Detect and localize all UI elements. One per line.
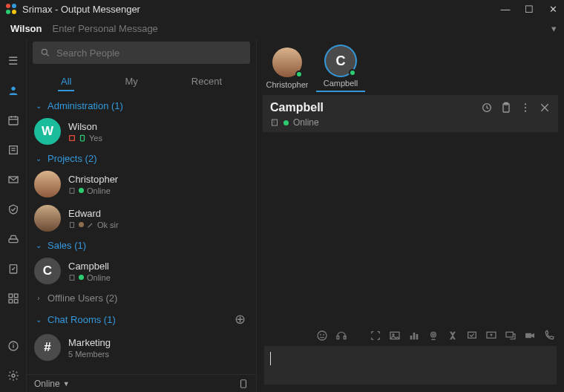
headset-icon[interactable] <box>335 330 347 342</box>
contact-list: ⌄ Administration (1) W Wilson Yes ⌄ Proj… <box>27 96 256 374</box>
history-icon[interactable] <box>481 102 493 114</box>
personal-message-dropdown-icon[interactable]: ▾ <box>551 23 557 34</box>
add-room-button[interactable]: ⊕ <box>235 311 246 327</box>
group-label: Administration (1) <box>47 100 123 111</box>
svg-rect-16 <box>13 345 13 348</box>
svg-rect-11 <box>9 294 13 298</box>
contacts-panel: All My Recent ⌄ Administration (1) W Wil… <box>27 39 257 392</box>
voice-call-icon[interactable] <box>543 330 555 342</box>
group-administration[interactable]: ⌄ Administration (1) <box>28 96 252 114</box>
group-offline[interactable]: › Offline Users (2) <box>28 288 252 307</box>
notes-icon[interactable] <box>0 137 27 163</box>
svg-rect-13 <box>9 299 13 303</box>
clipboard-icon[interactable] <box>500 102 512 114</box>
contact-wilson[interactable]: W Wilson Yes <box>28 114 252 148</box>
mail-icon[interactable] <box>0 166 27 193</box>
svg-rect-27 <box>241 379 246 388</box>
menu-icon[interactable]: ☰ <box>0 48 27 74</box>
svg-rect-52 <box>468 332 476 338</box>
chat-tab-campbell[interactable]: C Campbell <box>316 46 365 92</box>
screenshot-icon[interactable] <box>370 330 381 342</box>
edit-icon <box>87 221 94 229</box>
svg-rect-23 <box>70 188 74 193</box>
svg-rect-54 <box>506 332 513 337</box>
group-chatrooms[interactable]: ⌄ Chat Rooms (1) ⊕ <box>28 307 252 330</box>
svg-point-42 <box>324 334 324 335</box>
screen-share-icon[interactable] <box>485 330 497 342</box>
group-sales[interactable]: ⌄ Sales (1) <box>28 235 252 254</box>
contact-status: Online <box>68 273 111 282</box>
contact-christopher[interactable]: Christopher Online <box>28 167 252 201</box>
user-bar: Wilson Enter Personal Message ▾ <box>0 18 564 39</box>
search-box[interactable] <box>33 42 250 64</box>
chat-tab-christopher[interactable]: Christopher <box>263 48 312 92</box>
room-marketing[interactable]: # Marketing 5 Members <box>28 330 252 365</box>
contact-status: Ok sir <box>68 220 119 229</box>
contact-status: Online <box>68 186 118 195</box>
chat-tab-label: Christopher <box>266 80 309 89</box>
current-user-name[interactable]: Wilson <box>10 23 42 34</box>
webcam-icon[interactable] <box>427 330 439 342</box>
title-bar: Srimax - Output Messenger — ☐ ✕ <box>0 0 564 18</box>
status-label[interactable]: Online <box>34 379 60 389</box>
acknowledge-icon[interactable] <box>466 330 478 342</box>
apps-icon[interactable] <box>0 285 27 312</box>
remote-desktop-icon[interactable] <box>505 330 517 342</box>
close-chat-icon[interactable] <box>539 102 551 114</box>
tasks-icon[interactable] <box>0 255 27 282</box>
contact-name: Christopher <box>68 174 118 185</box>
acknowledge-icon[interactable] <box>0 196 27 223</box>
contact-name: Campbell <box>68 261 111 272</box>
group-projects[interactable]: ⌄ Projects (2) <box>28 148 252 167</box>
contact-campbell[interactable]: C Campbell Online <box>28 254 252 288</box>
svg-line-20 <box>47 54 49 56</box>
svg-point-40 <box>318 331 327 340</box>
svg-point-34 <box>525 111 526 112</box>
calendar-icon[interactable] <box>0 107 27 134</box>
tab-my[interactable]: My <box>122 73 140 91</box>
minimize-button[interactable]: — <box>500 4 511 15</box>
image-icon[interactable] <box>389 330 401 342</box>
search-input[interactable] <box>56 48 243 59</box>
svg-rect-14 <box>14 299 18 303</box>
svg-rect-1 <box>9 117 18 125</box>
group-label: Projects (2) <box>47 153 96 164</box>
tray-icon[interactable] <box>238 379 249 389</box>
avatar: C <box>34 258 61 284</box>
status-dropdown-icon[interactable]: ▼ <box>63 380 70 388</box>
close-button[interactable]: ✕ <box>548 4 558 15</box>
window-controls: — ☐ ✕ <box>500 4 558 15</box>
presence-dot <box>79 188 84 193</box>
presence-dot <box>79 222 84 227</box>
contact-edward[interactable]: Edward Ok sir <box>28 201 252 235</box>
video-icon[interactable] <box>524 330 536 342</box>
emoji-icon[interactable] <box>316 330 328 342</box>
info-icon[interactable] <box>0 333 27 359</box>
chevron-down-icon: ⌄ <box>34 102 43 110</box>
maximize-button[interactable]: ☐ <box>524 4 534 15</box>
svg-rect-48 <box>413 333 416 339</box>
svg-rect-43 <box>337 336 339 339</box>
room-name: Marketing <box>68 337 111 348</box>
contacts-icon[interactable] <box>0 77 27 104</box>
drive-icon[interactable] <box>0 226 27 252</box>
svg-rect-55 <box>525 333 531 339</box>
personal-message-input[interactable]: Enter Personal Message <box>53 23 552 34</box>
svg-point-17 <box>13 343 14 344</box>
app-logo-icon <box>6 4 16 14</box>
tab-recent[interactable]: Recent <box>188 73 225 91</box>
svg-rect-21 <box>70 135 75 140</box>
settings-icon[interactable] <box>0 362 27 389</box>
svg-point-33 <box>525 107 526 108</box>
more-icon[interactable] <box>519 102 531 114</box>
poll-icon[interactable] <box>408 330 420 342</box>
buzz-icon[interactable] <box>447 330 459 342</box>
contact-tabs: All My Recent <box>27 68 256 91</box>
message-input[interactable] <box>264 346 557 385</box>
tab-all[interactable]: All <box>58 73 74 91</box>
org-icon <box>270 118 279 127</box>
svg-rect-9 <box>9 239 18 243</box>
svg-point-19 <box>42 49 47 54</box>
group-label: Sales (1) <box>47 240 86 251</box>
text-caret <box>270 352 271 365</box>
